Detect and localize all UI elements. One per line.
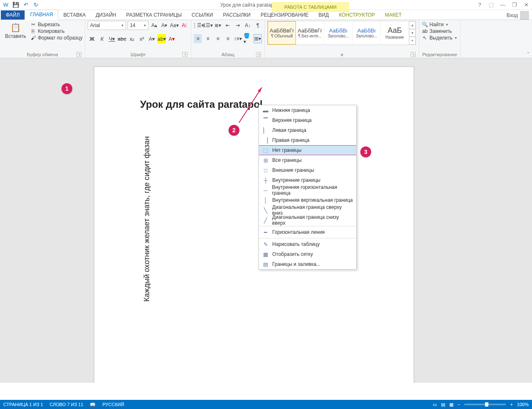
borders-dialog-item[interactable]: ▤Границы и заливка... (259, 259, 356, 269)
window-title-wrap: Урок для сайта paratapok - Word РАБОТА С… (42, 2, 474, 8)
border-top-item[interactable]: ▔Верхняя граница (259, 115, 356, 125)
border-inside-v-item[interactable]: │Внутренняя вертикальная граница (259, 195, 356, 205)
cut-button[interactable]: ✂Вырезать (30, 22, 83, 27)
styles-scroll[interactable]: ▲▼▾ (409, 21, 416, 45)
border-inside-h-item[interactable]: ─Внутренняя горизонтальная граница (259, 185, 356, 195)
replace-button[interactable]: abЗаменить (422, 28, 457, 34)
grow-font-button[interactable]: A▴ (150, 21, 158, 30)
tab-page-layout[interactable]: РАЗМЕТКА СТРАНИЦЫ (121, 10, 187, 20)
replace-icon: ab (422, 28, 428, 34)
border-diag-up-item[interactable]: ╱Диагональная граница снизу вверх (259, 215, 356, 225)
styles-gallery[interactable]: АаБбВвГг¶ Обычный АаБбВвГг¶ Без инте... … (267, 21, 416, 45)
sort-button[interactable]: A↓ (244, 21, 252, 30)
border-inside-h-icon: ─ (262, 187, 268, 193)
ribbon-options-icon[interactable]: ⬚ (485, 2, 497, 8)
close-icon[interactable]: ✕ (520, 2, 532, 8)
multilevel-button[interactable]: ≣▾ (214, 21, 222, 30)
redo-icon[interactable]: ↻ (32, 1, 40, 9)
grid-icon: ▦ (262, 251, 269, 258)
quick-access-toolbar: W 💾 ↶ ↻ (0, 1, 42, 9)
border-none-icon: ⬚ (262, 147, 269, 154)
border-all-item[interactable]: ⊞Все границы (259, 155, 356, 165)
style-heading2[interactable]: АаБбВıЗаголово... (352, 21, 381, 45)
tab-home[interactable]: ГЛАВНАЯ (25, 10, 58, 20)
tab-references[interactable]: ССЫЛКИ (187, 10, 218, 20)
word-app-icon[interactable]: W (2, 1, 10, 9)
window-buttons: ? ⬚ — ❐ ✕ (474, 2, 532, 8)
border-right-item[interactable]: ▕Правая граница (259, 135, 356, 145)
scissors-icon: ✂ (30, 22, 36, 27)
save-icon[interactable]: 💾 (12, 1, 20, 9)
justify-button[interactable]: ≡ (224, 34, 232, 43)
shrink-font-button[interactable]: A▾ (160, 21, 168, 30)
underline-button[interactable]: Ч▾ (108, 34, 116, 43)
font-color-button[interactable]: A▾ (167, 34, 176, 43)
document-heading: Урок для сайта paratapol (140, 99, 263, 110)
select-button[interactable]: ↖Выделить▼ (422, 35, 457, 41)
ribbon: 📋 Вставить ✂Вырезать ⎘Копировать 🖌Формат… (0, 20, 532, 58)
border-inside-icon: ┼ (262, 177, 269, 183)
align-right-button[interactable]: ≡ (214, 34, 222, 43)
help-icon[interactable]: ? (474, 2, 485, 8)
border-none-item[interactable]: ⬚Нет границы (259, 145, 356, 155)
bullets-button[interactable]: ⋮☰▾ (194, 21, 202, 30)
highlight-button[interactable]: ab▾ (158, 34, 166, 43)
style-no-spacing[interactable]: АаБбВвГг¶ Без инте... (296, 21, 324, 45)
superscript-button[interactable]: x² (138, 34, 146, 43)
line-spacing-button[interactable]: ↕≡▾ (234, 34, 242, 43)
subscript-button[interactable]: x₂ (128, 34, 136, 43)
ribbon-collapse-icon[interactable]: ˄ (527, 52, 530, 57)
horizontal-line-item[interactable]: ━Горизонтальная линия (259, 227, 356, 237)
font-size-combo[interactable]: 14▼ (128, 21, 148, 30)
shading-button[interactable]: 🪣▾ (244, 34, 252, 43)
tab-table-layout[interactable]: МАКЕТ (380, 10, 406, 20)
font-name-combo[interactable]: Arial▼ (88, 21, 126, 30)
indent-increase-button[interactable]: ⇥ (234, 21, 242, 30)
indent-decrease-button[interactable]: ⇤ (224, 21, 232, 30)
styles-launcher-icon[interactable]: ↘ (411, 52, 416, 57)
clipboard-launcher-icon[interactable]: ↘ (76, 52, 81, 57)
tab-design[interactable]: ДИЗАЙН (91, 10, 121, 20)
border-outside-item[interactable]: □Внешние границы (259, 165, 356, 175)
style-normal[interactable]: АаБбВвГг¶ Обычный (268, 21, 296, 45)
bold-button[interactable]: Ж (88, 34, 96, 43)
borders-button[interactable]: ⊞▾ (254, 34, 262, 43)
show-marks-button[interactable]: ¶ (254, 21, 262, 30)
border-inside-v-icon: │ (262, 197, 269, 203)
font-launcher-icon[interactable]: ↘ (182, 52, 187, 57)
border-left-item[interactable]: ▏Левая граница (259, 125, 356, 135)
style-heading1[interactable]: АаБбВıЗаголово... (324, 21, 352, 45)
align-center-button[interactable]: ≡ (204, 34, 212, 43)
border-bottom-icon: ▬ (262, 107, 269, 114)
format-painter-button[interactable]: 🖌Формат по образцу (30, 35, 83, 41)
paste-button[interactable]: 📋 Вставить (2, 21, 29, 41)
border-inside-item[interactable]: ┼Внутренние границы (259, 175, 356, 185)
minimize-icon[interactable]: — (497, 2, 509, 8)
document-area[interactable]: Урок для сайта paratapol Каждый охотник … (0, 58, 532, 383)
maximize-icon[interactable]: ❐ (509, 2, 520, 8)
tab-file[interactable]: ФАЙЛ (1, 10, 25, 20)
copy-button[interactable]: ⎘Копировать (30, 28, 83, 34)
clear-format-button[interactable]: A⃠ (180, 21, 188, 30)
align-left-button[interactable]: ≡ (194, 34, 202, 43)
border-diag-down-item[interactable]: ╲Диагональная граница сверху вниз (259, 205, 356, 215)
sign-in-link[interactable]: Вход (507, 12, 518, 18)
italic-button[interactable]: К (98, 34, 106, 43)
search-icon: 🔍 (422, 22, 428, 27)
tab-insert[interactable]: ВСТАВКА (58, 10, 91, 20)
text-effects-button[interactable]: A▾ (148, 34, 156, 43)
draw-table-item[interactable]: ✎Нарисовать таблицу (259, 239, 356, 249)
find-button[interactable]: 🔍Найти▼ (422, 22, 457, 27)
group-label-editing: Редактирование (422, 51, 457, 58)
paragraph-launcher-icon[interactable]: ↘ (256, 52, 261, 57)
border-bottom-item[interactable]: ▬Нижняя граница (259, 105, 356, 115)
numbering-button[interactable]: 1☰▾ (204, 21, 212, 30)
strike-button[interactable]: abc (118, 34, 126, 43)
show-grid-item[interactable]: ▦Отобразить сетку (259, 249, 356, 259)
tab-mailings[interactable]: РАССЫЛКИ (218, 10, 256, 20)
dialog-icon: ▤ (262, 261, 269, 268)
user-avatar-icon[interactable] (520, 11, 529, 20)
undo-icon[interactable]: ↶ (22, 1, 30, 9)
style-title[interactable]: АаБНазвание (381, 21, 409, 45)
change-case-button[interactable]: Aa▾ (170, 21, 178, 30)
